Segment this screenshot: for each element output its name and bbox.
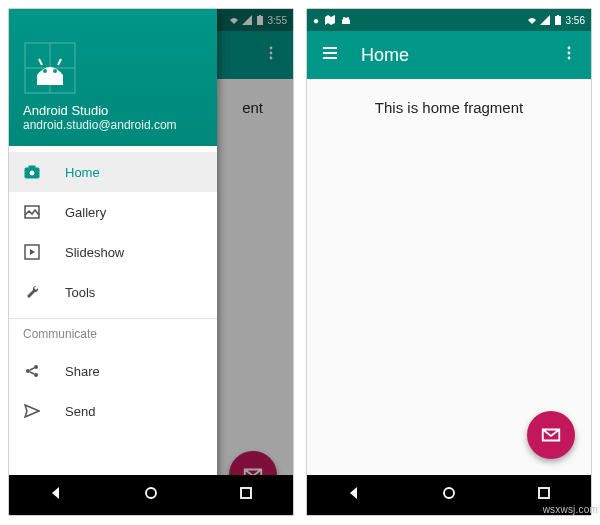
nav-home-icon[interactable] <box>143 485 159 505</box>
avatar <box>23 41 77 95</box>
signal-icon <box>540 15 550 25</box>
drawer-item-tools[interactable]: Tools <box>9 272 217 312</box>
home-fragment-text: This is home fragment <box>307 79 591 116</box>
drawer-item-home[interactable]: Home <box>9 152 217 192</box>
svg-rect-32 <box>539 488 549 498</box>
svg-point-13 <box>53 69 57 73</box>
svg-point-15 <box>29 170 35 176</box>
drawer-item-label: Send <box>65 404 95 419</box>
svg-line-10 <box>39 59 42 65</box>
svg-point-29 <box>568 52 571 55</box>
overflow-menu-icon[interactable] <box>561 45 577 65</box>
dot-icon: ● <box>313 15 319 26</box>
drawer-item-slideshow[interactable]: Slideshow <box>9 232 217 272</box>
device-left-drawer-open: ● 3:55 Home ent <box>8 8 294 516</box>
wifi-icon <box>527 15 537 25</box>
drawer-user-email: android.studio@android.com <box>23 118 203 132</box>
navigation-drawer: Android Studio android.studio@android.co… <box>9 9 217 515</box>
drawer-list-communicate: Share Send <box>9 345 217 437</box>
svg-rect-27 <box>557 15 559 16</box>
svg-rect-23 <box>241 488 251 498</box>
svg-line-11 <box>58 59 61 65</box>
hamburger-icon[interactable] <box>321 44 339 66</box>
camera-icon <box>23 164 41 180</box>
mail-icon <box>540 424 562 446</box>
device-right-home: ● 3:56 Home This is home fragment <box>306 8 592 516</box>
drawer-item-label: Slideshow <box>65 245 124 260</box>
android-status-icon <box>341 15 351 25</box>
drawer-item-label: Gallery <box>65 205 106 220</box>
svg-point-21 <box>34 373 38 377</box>
status-right: 3:56 <box>527 15 585 26</box>
drawer-subheader-communicate: Communicate <box>9 319 217 345</box>
svg-point-30 <box>568 57 571 60</box>
app-bar: Home <box>307 31 591 79</box>
battery-icon <box>553 15 563 25</box>
nav-home-icon[interactable] <box>441 485 457 505</box>
svg-point-19 <box>26 369 30 373</box>
content-area: This is home fragment <box>307 79 591 475</box>
drawer-item-send[interactable]: Send <box>9 391 217 431</box>
share-icon <box>23 363 41 379</box>
app-bar-title: Home <box>361 45 409 66</box>
nav-recents-icon[interactable] <box>238 485 254 505</box>
drawer-list-primary: Home Gallery Slideshow Tools <box>9 146 217 318</box>
tools-icon <box>23 284 41 300</box>
nav-recents-icon[interactable] <box>536 485 552 505</box>
drawer-item-gallery[interactable]: Gallery <box>9 192 217 232</box>
android-nav-bar <box>9 475 293 515</box>
drawer-item-label: Tools <box>65 285 95 300</box>
status-time: 3:56 <box>566 15 585 26</box>
svg-point-22 <box>146 488 156 498</box>
svg-point-31 <box>444 488 454 498</box>
gallery-icon <box>23 204 41 220</box>
nav-back-icon[interactable] <box>48 485 64 505</box>
status-left: ● <box>313 15 351 26</box>
drawer-header: Android Studio android.studio@android.co… <box>9 9 217 146</box>
slideshow-icon <box>23 244 41 260</box>
drawer-user-name: Android Studio <box>23 103 203 118</box>
svg-rect-16 <box>29 166 35 169</box>
svg-point-20 <box>34 365 38 369</box>
svg-rect-26 <box>555 16 561 25</box>
status-bar: ● 3:56 <box>307 9 591 31</box>
maps-icon <box>325 15 335 25</box>
send-icon <box>23 403 41 419</box>
nav-back-icon[interactable] <box>346 485 362 505</box>
drawer-item-label: Share <box>65 364 100 379</box>
svg-point-28 <box>568 47 571 50</box>
svg-point-12 <box>43 69 47 73</box>
fab-mail[interactable] <box>527 411 575 459</box>
drawer-item-share[interactable]: Share <box>9 351 217 391</box>
drawer-item-label: Home <box>65 165 100 180</box>
android-avatar-icon <box>23 41 77 95</box>
watermark: wsxwsj.com <box>543 504 598 515</box>
